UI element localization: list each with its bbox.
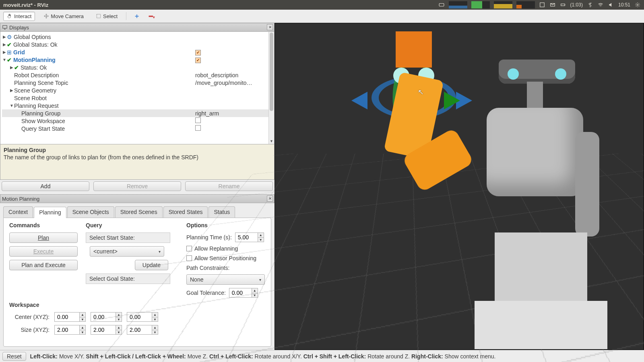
tree-robot-description[interactable]: Robot Description [14, 72, 59, 78]
select-icon [96, 13, 101, 19]
select-tool[interactable]: Select [92, 12, 121, 21]
net-graph-icon[interactable] [516, 1, 535, 8]
ok-icon: ✔ [14, 64, 19, 71]
cursor-icon: ↖ [418, 88, 424, 97]
battery-time: (1:03) [570, 2, 583, 8]
select-start-state-label: Select Start State: [86, 232, 170, 243]
svg-rect-4 [565, 4, 565, 5]
scroll-thumb[interactable] [270, 33, 273, 111]
interactive-marker-arrow[interactable] [351, 92, 367, 109]
tab-stored-scenes[interactable]: Stored Scenes [115, 206, 163, 218]
updates-icon[interactable] [539, 2, 545, 8]
gear-icon[interactable] [634, 2, 641, 8]
displays-title: Displays [9, 25, 29, 31]
center-x-input[interactable] [54, 312, 79, 322]
keyboard-icon[interactable] [438, 2, 445, 8]
add-display-button[interactable]: Add [2, 181, 89, 191]
remove-tool-button[interactable]: ━▾ [147, 12, 157, 20]
tree-show-workspace[interactable]: Show Workspace [21, 118, 65, 124]
tree-planning-request[interactable]: Planning Request [14, 103, 59, 109]
displays-panel-header[interactable]: Displays ✕ [0, 23, 275, 32]
expand-toggle[interactable]: ▶ [2, 42, 7, 47]
displays-scrollbar[interactable]: ▲ ▼ [268, 32, 274, 144]
expand-toggle[interactable]: ▼ [9, 103, 14, 108]
cpu-graph-icon[interactable] [449, 1, 467, 8]
description-text: The name of the group of links to plan f… [4, 154, 271, 160]
interact-tool[interactable]: Interact [3, 12, 35, 21]
disk-graph-icon[interactable] [494, 1, 512, 8]
expand-toggle[interactable]: ▶ [9, 65, 14, 70]
planning-scene-topic-value[interactable]: /move_group/monito… [195, 80, 268, 86]
tree-global-options[interactable]: Global Options [14, 34, 51, 40]
grid-icon: ⊞ [7, 49, 12, 56]
robot-goal-pose[interactable]: ↖ [327, 31, 480, 241]
tree-planning-scene-topic[interactable]: Planning Scene Topic [14, 80, 68, 86]
close-icon[interactable]: ✕ [267, 24, 273, 30]
plan-and-execute-button[interactable]: Plan and Execute [9, 260, 78, 270]
3d-viewport[interactable]: ↖ [275, 23, 644, 350]
expand-toggle[interactable]: ▶ [9, 88, 14, 93]
query-title: Query [86, 222, 178, 228]
bluetooth-icon[interactable] [587, 2, 593, 8]
spin-up-icon[interactable]: ▲ [79, 312, 86, 317]
window-title: moveit.rviz* - RViz [3, 2, 438, 8]
displays-tree: ▶⚙Global Options ▶✔ Global Status: Ok ▶⊞… [0, 32, 275, 144]
expand-toggle[interactable]: ▶ [2, 50, 7, 54]
tree-planning-group[interactable]: Planning Group [21, 110, 60, 117]
execute-button[interactable]: Execute [9, 246, 78, 257]
expand-toggle[interactable]: ▼ [2, 58, 7, 62]
rviz-toolbar: Interact Move Camera Select ＋ ━▾ [0, 10, 644, 23]
svg-rect-3 [561, 4, 564, 6]
volume-icon[interactable] [608, 2, 614, 8]
query-start-state-checkbox[interactable] [195, 125, 201, 131]
svg-rect-0 [439, 4, 444, 6]
ok-icon: ✔ [7, 41, 12, 48]
tree-grid[interactable]: Grid [13, 49, 25, 56]
tree-scene-robot[interactable]: Scene Robot [14, 95, 47, 101]
toolbar-separator [126, 12, 126, 20]
move-icon [43, 13, 49, 19]
clock: 10:51 [618, 2, 630, 8]
svg-rect-6 [97, 14, 100, 18]
tree-motion-planning[interactable]: MotionPlanning [13, 57, 56, 63]
tab-planning[interactable]: Planning [34, 207, 66, 218]
reset-button[interactable]: Reset [2, 352, 26, 361]
scroll-down-icon[interactable]: ▼ [269, 138, 274, 144]
tab-stored-states[interactable]: Stored States [163, 206, 208, 218]
description-title: Planning Group [4, 147, 271, 153]
tab-context[interactable]: Context [3, 206, 33, 218]
ok-icon: ✔ [7, 57, 12, 63]
hand-icon [7, 13, 12, 19]
show-workspace-checkbox[interactable] [195, 117, 201, 123]
spin-down-icon[interactable]: ▼ [79, 317, 86, 322]
move-camera-tool[interactable]: Move Camera [40, 12, 87, 21]
remove-display-button[interactable]: Remove [93, 181, 181, 191]
wifi-icon[interactable] [597, 2, 604, 8]
interactive-marker-arrow[interactable] [444, 92, 460, 109]
motionplanning-checkbox[interactable] [195, 58, 201, 63]
size-x-input[interactable] [54, 325, 79, 335]
options-icon: ⚙ [7, 34, 12, 40]
system-menubar: moveit.rviz* - RViz (1:03) 10:51 [0, 0, 644, 10]
expand-toggle[interactable]: ▶ [2, 35, 7, 39]
battery-icon[interactable] [560, 2, 566, 8]
add-tool-button[interactable]: ＋ [131, 12, 142, 21]
tree-global-status[interactable]: Global Status: Ok [13, 41, 58, 48]
planning-group-value[interactable]: right_arm [195, 110, 268, 117]
monitor-icon [2, 25, 8, 30]
tree-status-ok[interactable]: Status: Ok [21, 64, 47, 71]
svg-rect-7 [3, 25, 7, 28]
size-label: Size (XYZ): [9, 327, 50, 333]
tree-query-start-state[interactable]: Query Start State [21, 125, 65, 132]
system-tray: (1:03) 10:51 [438, 1, 641, 8]
start-state-combo[interactable]: <current> [90, 246, 164, 257]
svg-rect-1 [540, 3, 544, 7]
motion-planning-title: Motion Planning [2, 196, 39, 202]
grid-checkbox[interactable] [195, 50, 201, 56]
mail-icon[interactable] [549, 2, 556, 8]
tree-scene-geometry[interactable]: Scene Geometry [14, 87, 56, 94]
tab-scene-objects[interactable]: Scene Objects [67, 206, 114, 218]
robot-description-value[interactable]: robot_description [195, 72, 268, 78]
plan-button[interactable]: Plan [9, 232, 78, 243]
memory-graph-icon[interactable] [471, 1, 490, 8]
